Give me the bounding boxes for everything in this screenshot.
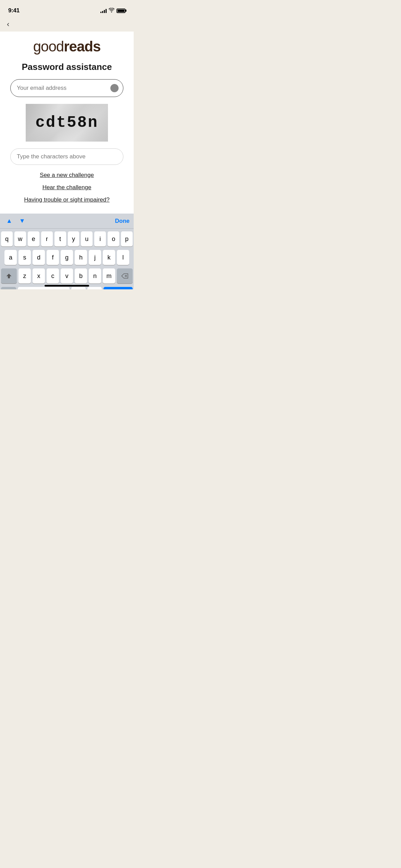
page-title: Password assistance <box>10 62 123 72</box>
goodreads-logo: goodreads <box>33 38 101 55</box>
key-f[interactable]: f <box>47 250 59 265</box>
keyboard-row-4: 123 space @ . go <box>1 287 133 289</box>
hear-challenge-link[interactable]: Hear the challenge <box>42 184 92 191</box>
status-time: 9:41 <box>8 7 20 14</box>
key-n[interactable]: n <box>89 268 101 284</box>
logo-reads: reads <box>64 38 100 55</box>
key-w[interactable]: w <box>14 231 26 246</box>
wifi-icon <box>109 8 114 13</box>
key-k[interactable]: k <box>103 250 115 265</box>
captcha-image-container: cdt58n <box>10 104 123 142</box>
new-challenge-link[interactable]: See a new challenge <box>40 172 94 179</box>
signal-bars-icon <box>100 8 107 13</box>
status-icons <box>100 8 125 13</box>
captcha-input[interactable] <box>10 148 123 165</box>
captcha-image: cdt58n <box>26 104 108 142</box>
key-s[interactable]: s <box>19 250 31 265</box>
period-key[interactable]: . <box>87 287 102 289</box>
key-g[interactable]: g <box>61 250 73 265</box>
key-o[interactable]: o <box>108 231 119 246</box>
key-v[interactable]: v <box>61 268 73 284</box>
key-e[interactable]: e <box>28 231 39 246</box>
key-a[interactable]: a <box>4 250 17 265</box>
key-i[interactable]: i <box>94 231 106 246</box>
delete-key[interactable] <box>117 268 133 284</box>
key-u[interactable]: u <box>81 231 93 246</box>
key-h[interactable]: h <box>75 250 87 265</box>
keyboard: q w e r t y u i o p a s d f g h j k l z … <box>0 229 134 289</box>
toolbar-prev-button[interactable]: ▲ <box>4 216 14 226</box>
toolbar-nav: ▲ ▼ <box>4 216 27 226</box>
trouble-link[interactable]: Having trouble or sight impaired? <box>24 196 109 203</box>
key-p[interactable]: p <box>121 231 133 246</box>
key-x[interactable]: x <box>33 268 45 284</box>
numbers-key[interactable]: 123 <box>1 287 16 289</box>
main-content: goodreads Password assistance cdt58n See… <box>0 32 134 214</box>
keyboard-row-1: q w e r t y u i o p <box>1 231 133 246</box>
links-container: See a new challenge Hear the challenge H… <box>10 172 123 203</box>
go-key[interactable]: go <box>104 287 133 289</box>
key-d[interactable]: d <box>33 250 45 265</box>
key-q[interactable]: q <box>1 231 13 246</box>
key-l[interactable]: l <box>117 250 129 265</box>
key-r[interactable]: r <box>41 231 53 246</box>
key-c[interactable]: c <box>47 268 59 284</box>
key-j[interactable]: j <box>89 250 101 265</box>
logo-good: good <box>33 38 64 55</box>
toolbar-next-button[interactable]: ▼ <box>17 216 27 226</box>
status-bar: 9:41 <box>0 0 134 17</box>
key-t[interactable]: t <box>54 231 66 246</box>
keyboard-row-2: a s d f g h j k l <box>1 250 133 265</box>
email-input-container <box>10 79 123 97</box>
home-indicator <box>45 285 89 287</box>
clear-email-button[interactable] <box>110 84 119 92</box>
back-button[interactable]: ‹ <box>0 17 134 32</box>
at-key[interactable]: @ <box>71 287 86 289</box>
key-z[interactable]: z <box>19 268 31 284</box>
key-m[interactable]: m <box>103 268 115 284</box>
keyboard-row-3: z x c v b n m <box>1 268 133 284</box>
battery-icon <box>117 9 125 13</box>
keyboard-done-button[interactable]: Done <box>115 218 130 225</box>
key-y[interactable]: y <box>68 231 80 246</box>
email-input[interactable] <box>10 79 123 97</box>
logo-container: goodreads <box>10 38 123 55</box>
back-chevron-icon: ‹ <box>7 20 9 29</box>
keyboard-toolbar: ▲ ▼ Done <box>0 214 134 229</box>
captcha-text: cdt58n <box>35 114 98 132</box>
key-b[interactable]: b <box>75 268 87 284</box>
shift-key[interactable] <box>1 268 17 284</box>
space-key[interactable]: space <box>18 287 70 289</box>
